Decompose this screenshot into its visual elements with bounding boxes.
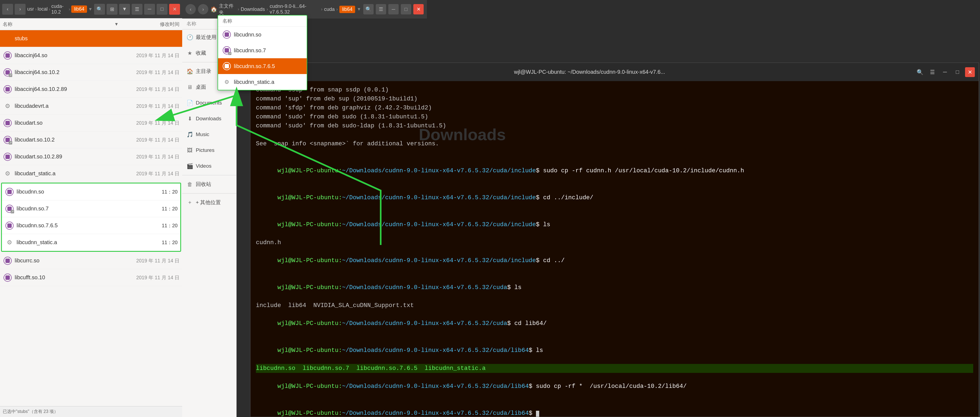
term-line-prompt: wjl@WJL-PC-ubuntu:~/Downloads/cudnn-9.0-…: [256, 157, 973, 184]
dropdown-item-libcudnn7[interactable]: ↗ libcudnn.so.7: [218, 43, 307, 58]
file-name: libcudart.so.10.2.89: [15, 153, 123, 160]
term-cursor: [536, 411, 539, 417]
so-icon: [5, 187, 14, 197]
sidebar-label: 最近使用: [196, 34, 216, 41]
maximize-btn[interactable]: □: [953, 67, 963, 77]
col-date-label: 修改时间: [119, 21, 180, 27]
path-cuda[interactable]: cuda-10.2: [51, 3, 68, 15]
menu-btn[interactable]: ☰: [928, 67, 937, 77]
sidebar-label: Music: [196, 131, 209, 137]
file-row[interactable]: ↗ libaccinj64.so.10.2 2019 年 11 月 14 日: [0, 64, 182, 81]
file-row[interactable]: libcurrc.so 2019 年 11 月 14 日: [0, 252, 182, 269]
terminal-content[interactable]: command 'ssdp' from snap ssdp (0.0.1) co…: [250, 81, 978, 417]
sidebar-item-documents[interactable]: 📄 Documents: [182, 95, 236, 111]
term-line: command 'sudo' from deb sudo (1.8.31-1ub…: [256, 112, 973, 121]
file-manager-titlebar: ‹ › usr › local › cuda-10.2 › lib64 ▼ 🔍 …: [0, 0, 182, 18]
column-header: 名称 ▼ 修改时间: [0, 18, 182, 30]
close-btn[interactable]: ✕: [169, 4, 180, 15]
sidebar-item-downloads[interactable]: ⬇ Downloads: [182, 111, 236, 126]
link-icon: ↗: [5, 204, 14, 214]
search-btn[interactable]: 🔍: [915, 67, 925, 77]
term-line: command 'sudo' from deb sudo-ldap (1.8.3…: [256, 121, 973, 130]
sidebar-item-pictures[interactable]: 🖼 Pictures: [182, 142, 236, 158]
view-grid-btn[interactable]: ⊞: [107, 4, 118, 15]
term-cmd: $: [528, 410, 536, 417]
path-lib64[interactable]: lib64: [71, 5, 87, 13]
nav-back-btn[interactable]: ‹: [2, 4, 13, 15]
file-date: 2019 年 11 月 14 日: [125, 103, 180, 109]
minimize-btn[interactable]: ─: [940, 67, 950, 77]
file-row-libcudnn765[interactable]: libcudnn.so.7.6.5 11：20: [2, 217, 180, 234]
recent-icon: 🕐: [186, 34, 193, 40]
term-line-prompt: wjl@WJL-PC-ubuntu:~/Downloads/cudnn-9.0-…: [256, 400, 973, 417]
file-row[interactable]: libcufft.so.10 2019 年 11 月 14 日: [0, 269, 182, 286]
file-row[interactable]: libaccinj64.so 2019 年 11 月 14 日: [0, 47, 182, 64]
term-line: See `snap info <snapname>` for additiona…: [256, 139, 973, 149]
file-date: 11：20: [123, 189, 178, 195]
file-row[interactable]: libaccinj64.so.10.2.89 2019 年 11 月 14 日: [0, 81, 182, 98]
maximize-btn[interactable]: □: [157, 4, 167, 15]
sidebar-item-trash[interactable]: 🗑 回收站: [182, 176, 236, 192]
breadcrumb-folder2[interactable]: cuda: [324, 6, 335, 12]
file-name: libcudart.so: [15, 120, 123, 126]
term-cmd: $ cd ../include/: [536, 194, 593, 201]
so-icon: [3, 152, 13, 162]
term-prompt: wjl@WJL-PC-ubuntu:: [277, 194, 342, 201]
file-name: stubs: [15, 35, 180, 42]
breadcrumb-downloads[interactable]: Downloads: [241, 6, 265, 12]
file-row[interactable]: libcudart.so 2019 年 11 月 14 日: [0, 115, 182, 131]
file-row[interactable]: ↗ libcudart.so.10.2 2019 年 11 月 14 日: [0, 131, 182, 149]
nav-forward-btn[interactable]: ›: [15, 4, 25, 15]
minimize-btn[interactable]: ─: [144, 4, 155, 15]
file-row-libcudnn[interactable]: libcudnn.so 11：20: [2, 184, 180, 200]
sidebar-item-videos[interactable]: 🎬 Videos: [182, 158, 236, 174]
view-list-btn[interactable]: ▼: [119, 4, 130, 15]
path-local[interactable]: local: [38, 6, 48, 12]
so-icon: [3, 273, 13, 283]
file-date: 2019 年 11 月 14 日: [125, 52, 180, 59]
path-usr[interactable]: usr: [27, 6, 34, 12]
file-date: 2019 年 11 月 14 日: [125, 153, 180, 160]
file-row[interactable]: ⚙ libcudart_static.a 2019 年 11 月 14 日: [0, 165, 182, 182]
breadcrumb-home[interactable]: 主文件夹: [219, 3, 236, 16]
dropdown-item-libcudnn765[interactable]: libcudnn.so.7.6.5: [218, 58, 307, 74]
add-icon: +: [186, 200, 193, 206]
menu-btn[interactable]: ☰: [132, 4, 143, 15]
file-row-libcudnn7[interactable]: ↗ libcudnn.so.7 11：20: [2, 200, 180, 217]
nav-forward-btn[interactable]: ›: [198, 4, 208, 14]
terminal-titlebar: ▶ wjl@WJL-PC-ubuntu: ~/Downloads/cudnn-9…: [250, 63, 978, 81]
sidebar-item-music[interactable]: 🎵 Music: [182, 126, 236, 142]
file-date: 2019 年 11 月 14 日: [125, 69, 180, 76]
dropdown-item-libcudnn-static[interactable]: ⚙ libcudnn_static.a: [218, 74, 307, 90]
terminal-window: ▶ wjl@WJL-PC-ubuntu: ~/Downloads/cudnn-9…: [250, 62, 979, 417]
file-name: libaccinj64.so.10.2.89: [15, 86, 123, 92]
sidebar-label: 回收站: [196, 181, 211, 188]
close-btn[interactable]: ✕: [965, 67, 975, 77]
close-btn[interactable]: ✕: [413, 4, 424, 14]
term-cmd: $ ls: [528, 347, 543, 354]
breadcrumb-folder1[interactable]: cudnn-9.0-li...64-v7.6.5.32: [270, 3, 320, 15]
maximize-btn[interactable]: □: [401, 4, 411, 14]
file-date: 11：20: [123, 222, 178, 229]
sidebar-label: Pictures: [196, 147, 215, 153]
file-row-libcudnn-static[interactable]: ⚙ libcudnn_static.a 11：20: [2, 234, 180, 251]
breadcrumb-folder3[interactable]: lib64: [339, 6, 355, 13]
file-list: stubs libaccinj64.so 2019 年 11 月 14 日 ↗ …: [0, 30, 182, 406]
sidebar-item-other[interactable]: + + 其他位置: [182, 195, 236, 211]
search-btn[interactable]: 🔍: [94, 4, 105, 15]
file-row[interactable]: libcudart.so.10.2.89 2019 年 11 月 14 日: [0, 149, 182, 165]
minimize-btn[interactable]: ─: [388, 4, 399, 14]
menu-btn[interactable]: ☰: [376, 4, 386, 14]
term-path: ~/Downloads/cudnn-9.0-linux-x64-v7.6.5.3…: [342, 383, 529, 390]
so-icon: [5, 221, 14, 230]
file-name: libcurrc.so: [15, 257, 123, 264]
file-row-stubs[interactable]: stubs: [0, 30, 182, 47]
static-icon: ⚙: [3, 101, 13, 111]
dropdown-item-libcudnn[interactable]: libcudnn.so: [218, 27, 307, 43]
sort-arrow: ▼: [114, 22, 119, 27]
file-row[interactable]: ⚙ libcudadevrt.a 2019 年 11 月 14 日: [0, 98, 182, 115]
nav-back-btn[interactable]: ‹: [185, 4, 196, 14]
so-icon: [223, 30, 231, 39]
dropdown-item-name: libcudnn_static.a: [234, 79, 274, 85]
search-btn[interactable]: 🔍: [363, 4, 374, 14]
